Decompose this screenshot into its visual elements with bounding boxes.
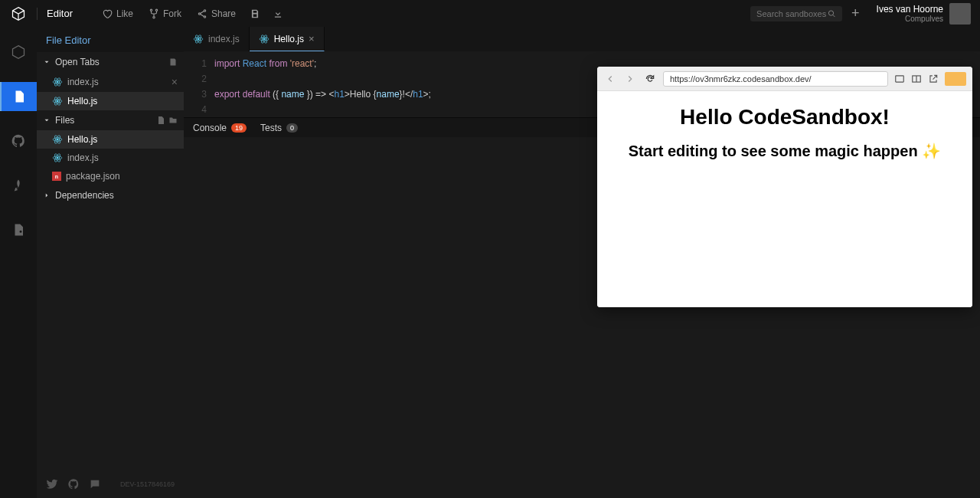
fork-button[interactable]: Fork xyxy=(144,5,186,22)
svg-point-4 xyxy=(198,12,200,14)
console-badge: 19 xyxy=(231,123,247,133)
layout-icon[interactable] xyxy=(894,74,905,84)
svg-point-11 xyxy=(57,100,58,102)
open-external-icon[interactable] xyxy=(928,74,939,84)
open-tab-item[interactable]: Hello.js xyxy=(37,92,184,110)
svg-point-7 xyxy=(57,81,58,83)
svg-point-27 xyxy=(263,38,265,39)
file-item[interactable]: n package.json xyxy=(37,167,184,185)
rail-sandbox-icon[interactable] xyxy=(0,38,37,67)
svg-point-2 xyxy=(153,16,155,18)
chevron-down-icon xyxy=(43,116,51,124)
svg-point-19 xyxy=(57,157,58,159)
react-icon xyxy=(52,77,63,87)
close-icon[interactable]: × xyxy=(309,33,315,44)
dev-id: DEV-1517846169 xyxy=(120,480,175,488)
open-tab-item[interactable]: index.js × xyxy=(37,72,184,92)
split-icon[interactable] xyxy=(911,74,922,84)
open-tabs-header[interactable]: Open Tabs xyxy=(37,52,184,72)
new-folder-icon[interactable] xyxy=(168,116,178,125)
preview-frame[interactable]: Hello CodeSandbox! Start editing to see … xyxy=(597,91,972,307)
new-file-icon[interactable] xyxy=(156,116,165,125)
npm-icon: n xyxy=(52,172,61,181)
avatar xyxy=(949,3,971,25)
rail-deploy-icon[interactable] xyxy=(0,171,37,200)
add-button[interactable]: + xyxy=(848,2,863,25)
editor-tab[interactable]: index.js xyxy=(184,27,250,51)
preview-pane: Hello CodeSandbox! Start editing to see … xyxy=(597,67,972,307)
rail-config-icon[interactable] xyxy=(0,215,37,244)
search-input[interactable] xyxy=(750,6,842,21)
share-icon xyxy=(197,8,207,19)
react-icon xyxy=(193,34,204,44)
console-tab[interactable]: Console 19 xyxy=(193,123,247,133)
reload-icon[interactable] xyxy=(643,72,657,86)
github-icon[interactable] xyxy=(67,478,80,490)
file-item[interactable]: index.js xyxy=(37,149,184,167)
save-all-icon[interactable] xyxy=(168,57,178,67)
preview-subheading: Start editing to see some magic happen ✨ xyxy=(611,142,959,160)
user-menu[interactable]: Ives van Hoorne Compulves xyxy=(877,3,971,25)
download-icon[interactable] xyxy=(270,5,286,22)
sidebar-title: File Editor xyxy=(37,27,184,52)
chevron-right-icon xyxy=(43,192,51,199)
search-icon xyxy=(828,9,836,18)
heart-icon xyxy=(102,8,113,19)
share-button[interactable]: Share xyxy=(192,5,240,22)
nav-back-icon[interactable] xyxy=(603,72,617,86)
svg-point-6 xyxy=(829,10,834,15)
react-icon xyxy=(52,96,63,106)
editor-tab[interactable]: Hello.js × xyxy=(250,27,325,51)
react-icon xyxy=(52,152,63,163)
svg-point-23 xyxy=(198,38,199,40)
close-icon[interactable]: × xyxy=(172,76,178,88)
preview-heading: Hello CodeSandbox! xyxy=(611,105,959,129)
svg-point-5 xyxy=(204,15,205,17)
rail-explorer-icon[interactable] xyxy=(0,82,37,111)
fork-icon xyxy=(149,8,159,19)
tests-badge: 0 xyxy=(286,123,298,133)
svg-point-0 xyxy=(150,9,152,11)
save-icon[interactable] xyxy=(247,5,263,22)
svg-point-1 xyxy=(155,9,157,11)
svg-point-15 xyxy=(57,139,58,140)
react-icon xyxy=(259,34,270,44)
like-button[interactable]: Like xyxy=(97,5,138,22)
svg-rect-31 xyxy=(896,75,904,81)
tests-tab[interactable]: Tests 0 xyxy=(260,123,298,133)
file-item[interactable]: Hello.js xyxy=(37,130,184,149)
code-content[interactable]: import React from 'react'; export defaul… xyxy=(214,56,431,117)
logo[interactable] xyxy=(9,5,28,23)
url-input[interactable] xyxy=(663,71,888,87)
svg-point-3 xyxy=(204,9,205,11)
editor-title: Editor xyxy=(47,8,73,19)
rail-github-icon[interactable] xyxy=(0,126,37,156)
chevron-down-icon xyxy=(43,58,51,66)
files-header[interactable]: Files xyxy=(37,110,184,130)
react-icon xyxy=(52,134,63,145)
line-gutter: 1 2 3 4 xyxy=(184,56,214,117)
nav-forward-icon[interactable] xyxy=(623,72,637,86)
dependencies-header[interactable]: Dependencies xyxy=(37,185,184,205)
chat-icon[interactable] xyxy=(89,478,101,490)
twitter-icon[interactable] xyxy=(46,478,58,490)
accent-button[interactable] xyxy=(945,72,966,86)
